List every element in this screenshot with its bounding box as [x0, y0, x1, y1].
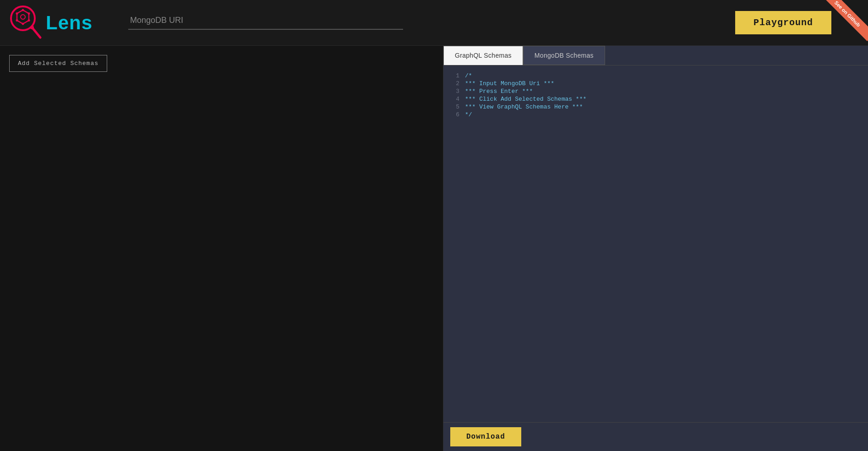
line-content-6: */ [465, 111, 472, 118]
line-content-2: *** Input MongoDB Uri *** [465, 80, 554, 87]
line-number-3: 3 [448, 88, 459, 95]
mongodb-uri-input[interactable] [128, 12, 403, 30]
line-number-4: 4 [448, 96, 459, 103]
download-button[interactable]: Download [450, 427, 521, 446]
svg-point-8 [16, 12, 18, 15]
line-number-1: 1 [448, 72, 459, 79]
code-area: 1 /* 2 *** Input MongoDB Uri *** 3 *** P… [443, 65, 868, 422]
right-panel: GraphQL Schemas MongoDB Schemas 1 /* 2 *… [443, 46, 868, 451]
code-line-1: 1 /* [448, 72, 863, 79]
tabs-bar: GraphQL Schemas MongoDB Schemas [443, 46, 868, 65]
line-content-3: *** Press Enter *** [465, 88, 533, 95]
qlens-logo-icon [9, 5, 46, 41]
code-line-2: 2 *** Input MongoDB Uri *** [448, 80, 863, 87]
svg-point-4 [28, 12, 30, 15]
svg-point-6 [22, 22, 24, 25]
line-number-5: 5 [448, 103, 459, 110]
main-content: Add Selected Schemas GraphQL Schemas Mon… [0, 46, 868, 451]
code-line-6: 6 */ [448, 111, 863, 118]
svg-point-10 [30, 26, 34, 29]
download-bar: Download [443, 422, 868, 451]
sidebar: Add Selected Schemas [0, 46, 443, 451]
uri-input-area [128, 12, 717, 33]
svg-point-2 [21, 15, 25, 19]
line-content-4: *** Click Add Selected Schemas *** [465, 96, 586, 103]
svg-point-3 [22, 9, 24, 11]
logo-text: Lens [46, 12, 93, 34]
header: Lens Playground See on Github [0, 0, 868, 46]
line-number-6: 6 [448, 111, 459, 118]
playground-button[interactable]: Playground [735, 11, 831, 34]
line-content-1: /* [465, 72, 472, 79]
add-schemas-button[interactable]: Add Selected Schemas [9, 55, 107, 72]
code-line-4: 4 *** Click Add Selected Schemas *** [448, 96, 863, 103]
svg-marker-1 [17, 10, 29, 24]
svg-point-5 [28, 19, 30, 22]
svg-point-7 [16, 19, 18, 22]
line-content-5: *** View GraphQL Schemas Here *** [465, 103, 583, 110]
line-number-2: 2 [448, 80, 459, 87]
tab-graphql-schemas[interactable]: GraphQL Schemas [443, 46, 523, 65]
logo-area: Lens [9, 5, 110, 41]
code-line-3: 3 *** Press Enter *** [448, 88, 863, 95]
code-line-5: 5 *** View GraphQL Schemas Here *** [448, 103, 863, 110]
tab-mongodb-schemas[interactable]: MongoDB Schemas [523, 46, 605, 65]
svg-line-9 [32, 27, 40, 38]
